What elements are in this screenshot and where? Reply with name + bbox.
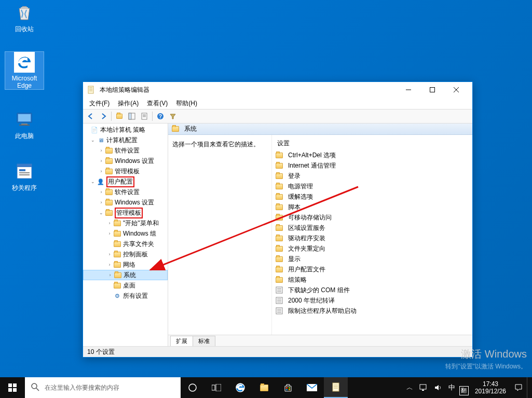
tree-system[interactable]: ›系统 [83, 270, 168, 280]
clock[interactable]: 17:43 2019/12/26 [471, 377, 510, 398]
show-desktop-button[interactable] [527, 377, 530, 398]
settings-item[interactable]: 脚本 [275, 202, 469, 212]
menu-view[interactable]: 查看(V) [144, 98, 171, 109]
settings-item[interactable]: 驱动程序安装 [275, 233, 469, 243]
svg-rect-27 [212, 385, 215, 390]
menubar: 文件(F) 操作(A) 查看(V) 帮助(H) [83, 98, 472, 109]
tree-item[interactable]: ›软件设置 [83, 145, 168, 156]
tree-item[interactable]: 共享文件夹 [83, 239, 168, 249]
ime-indicator[interactable]: 中 [446, 377, 457, 398]
folder-icon [275, 245, 283, 252]
svg-rect-9 [88, 86, 93, 93]
settings-item[interactable]: Internet 通信管理 [275, 160, 469, 171]
settings-item[interactable]: 下载缺少的 COM 组件 [275, 285, 469, 295]
settings-item-label: 组策略 [288, 276, 307, 284]
settings-item-label: 限制这些程序从帮助启动 [288, 307, 357, 315]
desktop-icon-app[interactable]: 秒关程序 [5, 161, 44, 193]
menu-help[interactable]: 帮助(H) [173, 98, 200, 109]
tree-item[interactable]: ›软件设置 [83, 187, 168, 197]
tray-network-icon[interactable] [417, 377, 430, 398]
settings-item[interactable]: 限制这些程序从帮助启动 [275, 306, 469, 316]
forward-button[interactable] [98, 111, 109, 122]
svg-rect-23 [8, 388, 12, 392]
tree-computer-config[interactable]: ⌄🖥计算机配置 [83, 135, 168, 145]
start-button[interactable] [0, 377, 25, 398]
tree-user-config[interactable]: ⌄👤用户配置 [83, 176, 168, 187]
tree-item[interactable]: 桌面 [83, 280, 168, 291]
settings-item[interactable]: 登录 [275, 171, 469, 181]
properties-button[interactable] [139, 111, 150, 122]
folder-icon [275, 224, 283, 231]
search-box[interactable]: 在这里输入你要搜索的内容 [25, 377, 181, 398]
svg-rect-31 [289, 387, 290, 389]
desktop-icon-label: Microsoft Edge [12, 75, 37, 89]
search-placeholder: 在这里输入你要搜索的内容 [45, 383, 119, 392]
svg-rect-33 [289, 389, 290, 390]
show-hide-tree-button[interactable] [126, 111, 138, 122]
folder-icon [275, 255, 283, 263]
tab-standard[interactable]: 标准 [193, 336, 215, 346]
tray-volume-icon[interactable] [432, 377, 444, 398]
maximize-button[interactable] [420, 82, 444, 98]
tree-item[interactable]: ›控制面板 [83, 249, 168, 259]
help-button[interactable]: ? [155, 111, 166, 122]
folder-icon [275, 235, 283, 242]
settings-list[interactable]: Ctrl+Alt+Del 选项Internet 通信管理登录电源管理缓解选项脚本… [272, 150, 472, 335]
gpedit-taskbar-icon[interactable] [324, 377, 348, 398]
desktop-icon-edge[interactable]: Microsoft Edge [5, 52, 44, 89]
settings-item-label: 显示 [288, 255, 301, 264]
tree-item[interactable]: ›网络 [83, 259, 168, 270]
back-button[interactable] [85, 111, 97, 122]
settings-item[interactable]: 区域设置服务 [275, 223, 469, 233]
tree-all-settings[interactable]: ⚙所有设置 [83, 291, 168, 301]
tree-pane[interactable]: 📄本地计算机 策略 ⌄🖥计算机配置 ›软件设置 ›Windows 设置 ›管理模… [83, 123, 168, 346]
tree-admin-templates[interactable]: ⌄管理模板 [83, 208, 168, 218]
explorer-taskbar-icon[interactable] [252, 377, 276, 398]
store-taskbar-icon[interactable] [276, 377, 300, 398]
ime-indicator-2[interactable]: 翻 [459, 386, 469, 395]
settings-item[interactable]: 电源管理 [275, 181, 469, 191]
svg-rect-36 [420, 385, 426, 389]
desktop-icon-label: 此电脑 [15, 132, 34, 140]
up-button[interactable] [114, 111, 125, 122]
tray-chevron-icon[interactable]: ︿ [404, 377, 415, 398]
cortana-icon[interactable] [181, 377, 204, 398]
settings-item[interactable]: 显示 [275, 254, 469, 264]
settings-item[interactable]: 用户配置文件 [275, 264, 469, 275]
tab-extended[interactable]: 扩展 [170, 336, 193, 346]
settings-item[interactable]: 组策略 [275, 275, 469, 285]
action-center-icon[interactable] [512, 377, 525, 398]
tree-item[interactable]: ›Windows 设置 [83, 156, 168, 166]
edge-taskbar-icon[interactable] [228, 377, 252, 398]
titlebar[interactable]: 本地组策略编辑器 [83, 82, 472, 98]
tree-item[interactable]: ›Windows 设置 [83, 197, 168, 208]
settings-item[interactable]: 2000 年世纪转译 [275, 295, 469, 306]
desktop-icon-pc[interactable]: 此电脑 [5, 109, 44, 141]
svg-rect-3 [19, 125, 30, 126]
settings-item[interactable]: 可移动存储访问 [275, 212, 469, 223]
menu-action[interactable]: 操作(A) [115, 98, 142, 109]
mail-taskbar-icon[interactable] [300, 377, 324, 398]
tree-item[interactable]: ›"开始"菜单和 [83, 218, 168, 228]
menu-file[interactable]: 文件(F) [86, 98, 113, 109]
svg-rect-22 [13, 383, 17, 387]
folder-icon [275, 214, 283, 221]
desktop-icon-recycle[interactable]: 回收站 [5, 2, 44, 34]
folder-icon [275, 183, 283, 190]
tree-root[interactable]: 📄本地计算机 策略 [83, 125, 168, 135]
settings-item[interactable]: Ctrl+Alt+Del 选项 [275, 150, 469, 160]
taskbar: 在这里输入你要搜索的内容 ︿ 中 翻 17:43 2019/12/26 [0, 377, 532, 398]
close-button[interactable] [444, 82, 468, 98]
settings-item[interactable]: 缓解选项 [275, 191, 469, 202]
folder-icon [275, 152, 283, 159]
edge-icon [14, 52, 35, 73]
settings-item[interactable]: 文件夹重定向 [275, 243, 469, 254]
svg-point-26 [189, 384, 196, 391]
filter-button[interactable] [167, 111, 179, 122]
taskview-icon[interactable] [204, 377, 228, 398]
minimize-button[interactable] [397, 82, 420, 98]
tree-item[interactable]: ›Windows 组 [83, 228, 168, 239]
tabs: 扩展 标准 [168, 335, 472, 346]
setting-icon [275, 286, 283, 294]
tree-item[interactable]: ›管理模板 [83, 166, 168, 176]
